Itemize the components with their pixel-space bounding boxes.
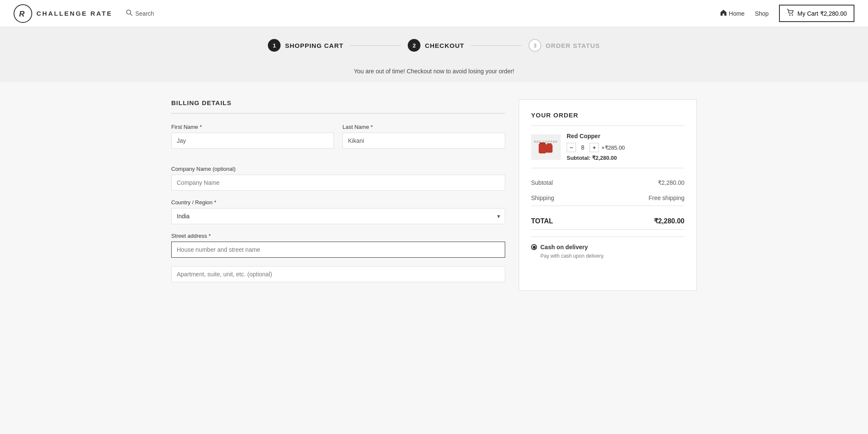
nav-home[interactable]: Home xyxy=(720,9,745,17)
nav-right: Home Shop My Cart ₹2,280.00 xyxy=(720,5,854,22)
order-top-divider xyxy=(531,125,684,126)
item-name: Red Copper xyxy=(567,133,684,139)
item-subtotal: Subtotal: ₹2,280.00 xyxy=(567,155,684,161)
search-icon xyxy=(126,9,133,18)
order-item-details: Red Copper − 8 + ×₹285.00 Subtotal: ₹2,2… xyxy=(567,133,684,161)
last-name-label: Last Name * xyxy=(342,124,505,130)
apartment-group xyxy=(171,266,505,282)
company-input[interactable] xyxy=(171,175,505,191)
order-mid-divider xyxy=(531,168,684,168)
total-label: TOTAL xyxy=(531,217,553,225)
step-1-label: SHOPPING CART xyxy=(285,42,343,49)
qty-increase-button[interactable]: + xyxy=(590,143,599,152)
svg-point-1 xyxy=(127,10,131,14)
product-image-label: RED COPPER xyxy=(534,140,558,143)
subtotal-value: ₹2,280.00 xyxy=(658,179,685,186)
name-row: First Name * Last Name * xyxy=(171,124,505,157)
alert-message: You are out of time! Checkout now to avo… xyxy=(354,68,514,75)
apartment-input[interactable] xyxy=(171,266,505,282)
cart-icon xyxy=(787,9,794,18)
step-3-circle: 3 xyxy=(529,39,541,52)
payment-name: Cash on delivery xyxy=(540,244,588,250)
search-label: Search xyxy=(135,10,154,17)
nav-shop[interactable]: Shop xyxy=(755,10,769,17)
payment-method[interactable]: Cash on delivery xyxy=(531,244,684,250)
country-label: Country / Region * xyxy=(171,199,505,206)
step-1-circle: 1 xyxy=(268,39,281,52)
step-3-label: ORDER STATUS xyxy=(545,42,600,49)
order-bottom-divider xyxy=(531,229,684,230)
qty-decrease-button[interactable]: − xyxy=(567,143,576,152)
first-name-input[interactable] xyxy=(171,133,334,149)
item-unit-price: ×₹285.00 xyxy=(601,145,625,151)
subtotal-row: Subtotal ₹2,280.00 xyxy=(531,175,684,190)
logo-text: CHALLENGE RATE xyxy=(36,10,112,17)
step-checkout[interactable]: 2 CHECKOUT xyxy=(408,39,464,52)
logo-icon: R xyxy=(14,4,32,23)
street-input[interactable] xyxy=(171,242,505,258)
order-item: RED COPPER Red Copper − 8 + ×₹285.00 Sub… xyxy=(531,133,684,161)
step-order-status: 3 ORDER STATUS xyxy=(529,39,600,52)
item-qty-row: − 8 + ×₹285.00 xyxy=(567,143,684,152)
shipping-label: Shipping xyxy=(531,195,554,201)
company-label: Company Name (optional) xyxy=(171,166,505,172)
shipping-row: Shipping Free shipping xyxy=(531,190,684,206)
svg-point-3 xyxy=(789,14,790,16)
order-summary: YOUR ORDER RED COPPER Red Copper − 8 + xyxy=(519,99,697,291)
cart-label: My Cart ₹2,280.00 xyxy=(798,10,847,17)
first-name-label: First Name * xyxy=(171,124,334,130)
cup-1 xyxy=(539,144,546,153)
shipping-value: Free shipping xyxy=(648,195,684,201)
payment-section: Cash on delivery Pay with cash upon deli… xyxy=(531,236,684,259)
radio-dot xyxy=(533,246,536,249)
header: R CHALLENGE RATE Search Home Shop xyxy=(0,0,868,27)
svg-line-2 xyxy=(131,14,133,16)
payment-description: Pay with cash upon delivery. xyxy=(540,253,684,259)
main-content: BILLING DETAILS First Name * Last Name *… xyxy=(137,82,731,308)
country-select[interactable]: India United States United Kingdom xyxy=(171,208,505,224)
steps-bar: 1 SHOPPING CART 2 CHECKOUT 3 ORDER STATU… xyxy=(0,27,868,60)
order-title: YOUR ORDER xyxy=(531,111,684,119)
alert-bar: You are out of time! Checkout now to avo… xyxy=(0,60,868,82)
country-select-wrapper: India United States United Kingdom xyxy=(171,208,505,224)
payment-radio xyxy=(531,244,537,250)
cup-2 xyxy=(546,145,552,153)
search-area[interactable]: Search xyxy=(126,9,154,18)
step-2-circle: 2 xyxy=(408,39,420,52)
total-value: ₹2,280.00 xyxy=(654,217,684,225)
street-label: Street address * xyxy=(171,233,505,239)
product-cups xyxy=(539,144,553,153)
country-group: Country / Region * India United States U… xyxy=(171,199,505,224)
svg-text:R: R xyxy=(19,10,25,18)
company-group: Company Name (optional) xyxy=(171,166,505,191)
logo[interactable]: R CHALLENGE RATE xyxy=(14,4,112,23)
step-line-1 xyxy=(350,45,401,46)
billing-form: BILLING DETAILS First Name * Last Name *… xyxy=(171,99,505,291)
last-name-input[interactable] xyxy=(342,133,505,149)
billing-title: BILLING DETAILS xyxy=(171,99,505,106)
billing-divider xyxy=(171,113,505,114)
cart-button[interactable]: My Cart ₹2,280.00 xyxy=(779,5,854,22)
subtotal-label: Subtotal xyxy=(531,179,553,186)
item-quantity: 8 xyxy=(579,144,587,151)
last-name-group: Last Name * xyxy=(342,124,505,149)
product-image: RED COPPER xyxy=(531,134,561,160)
step-shopping-cart[interactable]: 1 SHOPPING CART xyxy=(268,39,343,52)
order-total-divider xyxy=(531,206,684,206)
first-name-group: First Name * xyxy=(171,124,334,149)
order-totals: Subtotal ₹2,280.00 Shipping Free shippin… xyxy=(531,175,684,206)
total-row: TOTAL ₹2,280.00 xyxy=(531,213,684,229)
svg-point-4 xyxy=(792,14,793,16)
home-icon xyxy=(720,9,727,17)
street-group: Street address * xyxy=(171,233,505,258)
step-line-2 xyxy=(471,45,522,46)
step-2-label: CHECKOUT xyxy=(425,42,464,49)
